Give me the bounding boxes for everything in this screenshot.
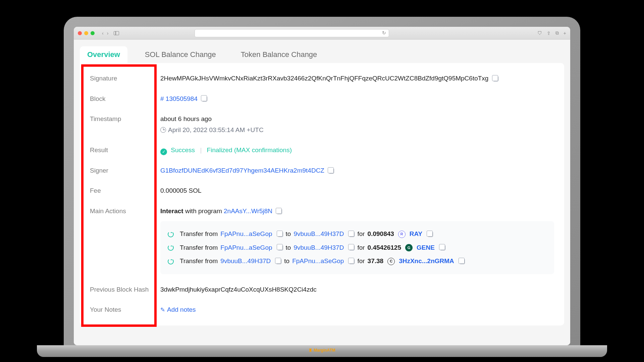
tab-overview[interactable]: Overview	[80, 46, 127, 63]
copy-icon[interactable]	[329, 168, 334, 174]
copy-icon[interactable]	[277, 209, 282, 214]
to-address-link[interactable]: FpAPnu...aSeGop	[292, 256, 344, 266]
tab-bar: Overview SOL Balance Change Token Balanc…	[74, 40, 570, 63]
tabs-icon[interactable]: ⧉	[555, 30, 559, 36]
label-fee: Fee	[90, 186, 160, 196]
detail-panel: Signature 2HewMPAGkJHsVWmkvCNxRiaKzt3rRX…	[80, 63, 564, 325]
token-icon: G	[405, 244, 413, 251]
brand-watermark: MarginATM	[309, 348, 335, 353]
label-your-notes: Your Notes	[90, 305, 160, 315]
result-status: Success	[171, 146, 195, 154]
to-address-link[interactable]: 9vbuuB...49H37D	[293, 243, 344, 253]
copy-icon[interactable]	[460, 259, 465, 264]
timestamp-absolute: April 20, 2022 03:55:14 AM +UTC	[168, 126, 264, 133]
label-result: Result	[90, 145, 160, 155]
token-link[interactable]: RAY	[410, 229, 422, 239]
signer-link[interactable]: G1BfozfDUNEdK6vf3Ed7d97Yhgem34AEHKra2m9t…	[160, 167, 324, 174]
from-address-link[interactable]: FpAPnu...aSeGop	[220, 229, 272, 239]
from-address-link[interactable]: FpAPnu...aSeGop	[220, 243, 272, 253]
timestamp-relative: about 6 hours ago	[160, 114, 554, 124]
label-block: Block	[90, 94, 160, 104]
label-prev-block-hash: Previous Block Hash	[90, 285, 160, 295]
transfer-icon	[168, 258, 174, 264]
value-prev-block-hash: 3dwkPmdjhukiy6xaprCqfz4uCoXcqUXsH8SKQ2Ci…	[160, 285, 554, 295]
browser-toolbar: ‹ › ⛉ ⇪ ⧉ +	[74, 27, 570, 40]
back-icon[interactable]: ‹	[101, 30, 105, 37]
transfer-icon	[168, 231, 174, 237]
token-link[interactable]: 3HzXnc...2nGRMA	[399, 256, 454, 266]
window-controls[interactable]	[78, 31, 95, 35]
copy-icon[interactable]	[278, 245, 283, 250]
shield-icon[interactable]: ⛉	[537, 31, 542, 36]
clock-icon	[160, 127, 166, 133]
transfer-row: Transfer from FpAPnu...aSeGop to 9vbuuB.…	[168, 227, 547, 241]
result-finalized: Finalized (MAX confirmations)	[207, 146, 292, 154]
copy-icon[interactable]	[428, 232, 433, 237]
forward-icon[interactable]: ›	[106, 30, 110, 37]
add-notes-button[interactable]: ✎Add notes	[160, 306, 196, 313]
from-address-link[interactable]: 9vbuuB...49H37D	[220, 256, 271, 266]
label-main-actions: Main Actions	[90, 206, 160, 274]
share-icon[interactable]: ⇪	[547, 31, 551, 36]
transfer-amount: 0.45426125	[368, 243, 401, 253]
transfer-row: Transfer from FpAPnu...aSeGop to 9vbuuB.…	[168, 241, 547, 255]
transfers-list: Transfer from FpAPnu...aSeGop to 9vbuuB.…	[160, 221, 554, 274]
label-signer: Signer	[90, 166, 160, 176]
label-timestamp: Timestamp	[90, 114, 160, 135]
copy-icon[interactable]	[349, 259, 355, 264]
success-check-icon: ✓	[160, 148, 167, 155]
token-icon: C	[387, 258, 395, 265]
copy-icon[interactable]	[440, 245, 445, 250]
value-signature: 2HewMPAGkJHsVWmkvCNxRiaKzt3rRXavb32466z2…	[160, 74, 554, 83]
edit-icon: ✎	[160, 307, 165, 313]
transfer-row: Transfer from 9vbuuB...49H37D to FpAPnu.…	[168, 254, 547, 268]
new-tab-icon[interactable]: +	[564, 31, 566, 36]
program-link[interactable]: 2nAAsY...Wr5j8N	[224, 207, 272, 215]
transfer-icon	[168, 245, 174, 251]
value-fee: 0.000005 SOL	[160, 186, 554, 196]
token-icon: R	[398, 231, 406, 238]
sidebar-toggle-icon[interactable]	[114, 31, 119, 35]
copy-icon[interactable]	[202, 96, 207, 102]
transfer-amount: 0.090843	[368, 229, 394, 239]
maximize-icon[interactable]	[91, 31, 95, 35]
close-icon[interactable]	[78, 31, 82, 35]
copy-icon[interactable]	[349, 245, 355, 250]
token-link[interactable]: GENE	[417, 243, 435, 253]
block-link[interactable]: # 130505984	[160, 95, 198, 102]
copy-icon[interactable]	[276, 259, 281, 264]
copy-icon[interactable]	[349, 232, 355, 237]
url-bar[interactable]	[195, 29, 389, 37]
minimize-icon[interactable]	[84, 31, 88, 35]
copy-icon[interactable]	[278, 232, 283, 237]
copy-icon[interactable]	[493, 76, 498, 81]
nav-arrows[interactable]: ‹ ›	[101, 30, 110, 37]
label-signature: Signature	[90, 74, 160, 83]
tab-sol-balance[interactable]: SOL Balance Change	[138, 46, 223, 63]
to-address-link[interactable]: 9vbuuB...49H37D	[293, 229, 344, 239]
transfer-amount: 37.38	[368, 256, 384, 266]
tab-token-balance[interactable]: Token Balance Change	[233, 46, 325, 63]
